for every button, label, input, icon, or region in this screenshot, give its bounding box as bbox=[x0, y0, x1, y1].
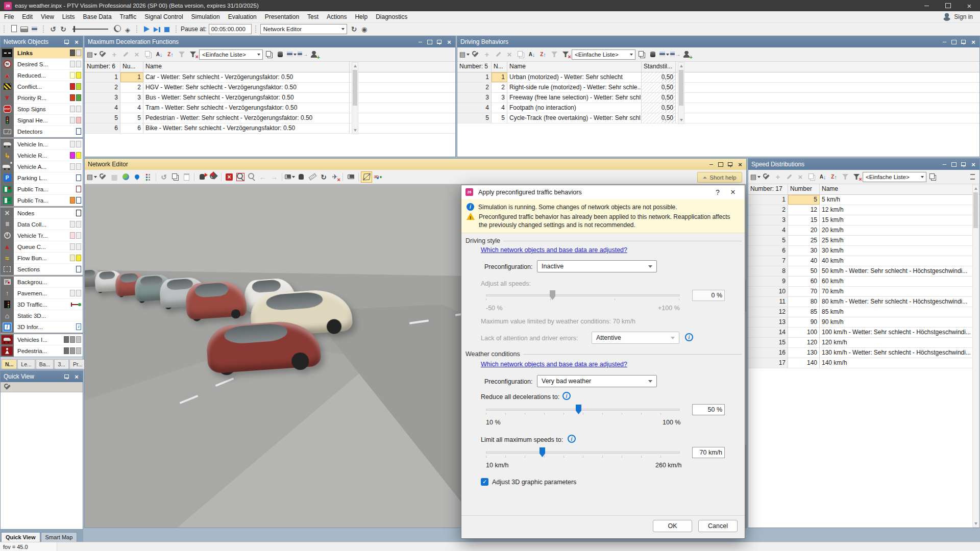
cell[interactable]: 20 km/h bbox=[820, 226, 973, 235]
add-user-icon[interactable] bbox=[681, 49, 692, 60]
color-swatch[interactable] bbox=[70, 47, 83, 58]
cell[interactable]: 50 km/h - Wetter: Sehr schlecht - Höchst… bbox=[820, 266, 973, 276]
legend-icon[interactable] bbox=[143, 172, 153, 182]
cell[interactable]: 80 bbox=[788, 297, 820, 307]
cell[interactable]: 3 bbox=[85, 93, 120, 103]
cell[interactable]: 8 bbox=[748, 266, 788, 276]
cell[interactable]: 3 bbox=[748, 215, 788, 225]
sidebar-item-priority-r[interactable]: Priority R... bbox=[1, 92, 83, 104]
cell[interactable]: Footpath (no interaction) bbox=[507, 103, 642, 113]
pin-icon[interactable] bbox=[435, 38, 444, 46]
color-swatch[interactable] bbox=[70, 70, 83, 81]
delete-icon[interactable] bbox=[504, 49, 514, 60]
table-row[interactable]: 22HGV - Wetter: Sehr schlecht - Verzöger… bbox=[85, 83, 455, 93]
sidebar-item-data-coll[interactable]: Data Coll... bbox=[1, 219, 83, 230]
info-icon[interactable]: i bbox=[568, 435, 576, 443]
zoom-sync-icon[interactable] bbox=[208, 172, 218, 182]
tab-ba[interactable]: Ba... bbox=[36, 359, 54, 369]
delete-icon[interactable] bbox=[132, 49, 142, 60]
zoom-in-icon[interactable] bbox=[235, 172, 246, 182]
driving-style-adjusted-link[interactable]: Which network objects and base data are … bbox=[481, 246, 627, 254]
panel-menu-icon[interactable] bbox=[87, 172, 97, 182]
rotate-3d-icon[interactable] bbox=[318, 172, 329, 182]
column-header[interactable]: Number: 17 bbox=[748, 184, 788, 194]
menu-diagnostics[interactable]: Diagnostics bbox=[372, 12, 411, 22]
table-row[interactable]: 44Tram - Wetter: Sehr schlecht - Verzöge… bbox=[85, 103, 455, 113]
cell[interactable]: 5 bbox=[748, 236, 788, 245]
cell[interactable]: 2 bbox=[120, 83, 143, 92]
weather-adjusted-link[interactable]: Which network objects and base data are … bbox=[481, 361, 627, 368]
add-user-icon[interactable] bbox=[309, 49, 319, 60]
reset-filter-icon[interactable] bbox=[560, 49, 571, 60]
color-swatch[interactable] bbox=[70, 288, 83, 298]
color-swatch[interactable] bbox=[70, 219, 83, 230]
cell[interactable]: 1 bbox=[492, 72, 507, 82]
color-swatch[interactable] bbox=[81, 277, 83, 287]
limit-speeds-value[interactable]: 70 km/h bbox=[692, 447, 725, 458]
sidebar-item-conflict[interactable]: Conflict... bbox=[1, 81, 83, 92]
column-header[interactable]: Number: 5 bbox=[457, 62, 492, 72]
copy-icon[interactable] bbox=[170, 172, 180, 182]
table-row[interactable]: 15120120 km/h bbox=[748, 338, 979, 348]
driving-style-preconfiguration-select[interactable]: Inactive bbox=[537, 260, 657, 272]
table-row[interactable]: 31515 km/h bbox=[748, 215, 979, 226]
sort-desc-icon[interactable] bbox=[538, 49, 548, 60]
limit-speeds-slider[interactable] bbox=[486, 447, 680, 458]
filter-icon[interactable] bbox=[177, 49, 187, 60]
color-swatch[interactable] bbox=[70, 92, 83, 103]
wrench-icon[interactable] bbox=[98, 49, 108, 60]
cell[interactable]: 1 bbox=[457, 72, 492, 82]
cell[interactable]: 140 km/h bbox=[820, 358, 973, 368]
cell[interactable]: 60 bbox=[788, 277, 820, 286]
cell[interactable]: 30 km/h bbox=[820, 246, 973, 256]
sidebar-item-3d-infor[interactable]: 3D Infor...i bbox=[1, 321, 83, 333]
sidebar-item-static-3d[interactable]: Static 3D... bbox=[1, 310, 83, 321]
cell[interactable]: 100 bbox=[788, 328, 820, 337]
scrollbar[interactable] bbox=[678, 62, 684, 124]
table-row[interactable]: 52525 km/h bbox=[748, 236, 979, 246]
toolbar-grip[interactable] bbox=[175, 25, 178, 33]
sync-icon[interactable] bbox=[349, 24, 359, 34]
measure-icon[interactable] bbox=[307, 172, 317, 182]
delete-icon[interactable] bbox=[795, 172, 805, 182]
cell[interactable]: 140 bbox=[788, 358, 820, 368]
color-swatch[interactable]: i bbox=[76, 321, 83, 332]
sidebar-item-backgrou[interactable]: Backgrou... bbox=[1, 277, 83, 288]
back-icon[interactable] bbox=[258, 172, 268, 182]
table-row[interactable]: 11Car - Wetter: Sehr schlecht - Verzöger… bbox=[85, 72, 455, 83]
database-icon[interactable] bbox=[648, 49, 658, 60]
cell[interactable]: 11 bbox=[748, 297, 788, 307]
table-row[interactable]: 44Footpath (no interaction)0,50 bbox=[457, 103, 979, 113]
table-row[interactable]: 96060 km/h bbox=[748, 277, 979, 287]
column-header[interactable]: N... bbox=[492, 62, 507, 72]
cell[interactable]: 4 bbox=[85, 103, 120, 113]
sidebar-item-reduced[interactable]: Reduced... bbox=[1, 70, 83, 81]
color-swatch[interactable] bbox=[64, 334, 83, 345]
close-icon[interactable] bbox=[969, 38, 977, 46]
table-row[interactable]: 128585 km/h bbox=[748, 307, 979, 317]
cell[interactable]: Pedestrian - Wetter: Sehr schlecht - Ver… bbox=[143, 113, 350, 123]
color-swatch[interactable] bbox=[76, 126, 83, 137]
cell[interactable]: 6 bbox=[85, 123, 120, 133]
table-settings-icon[interactable] bbox=[87, 49, 97, 60]
cell[interactable]: 16 bbox=[748, 348, 788, 358]
tab-quick-view[interactable]: Quick View bbox=[1, 532, 40, 542]
copy-icon[interactable] bbox=[264, 49, 274, 60]
column-header[interactable]: Name bbox=[143, 62, 350, 72]
cell[interactable]: 1 bbox=[120, 72, 143, 82]
cell[interactable]: Car - Wetter: Sehr schlecht - Verzögerun… bbox=[143, 72, 350, 82]
step-icon[interactable] bbox=[152, 24, 162, 35]
maximize-icon[interactable] bbox=[950, 161, 958, 168]
toolbar-grip[interactable] bbox=[42, 25, 45, 33]
duplicate-icon[interactable] bbox=[143, 49, 153, 60]
reduce-decelerations-slider[interactable] bbox=[486, 405, 680, 415]
toolbar-grip[interactable] bbox=[3, 25, 6, 33]
pin-icon[interactable] bbox=[63, 38, 71, 46]
sort-desc-icon[interactable] bbox=[165, 49, 176, 60]
sidebar-item-vehicle-r[interactable]: Vehicle R... bbox=[1, 150, 83, 161]
cell[interactable]: 85 bbox=[788, 307, 820, 317]
add-icon[interactable] bbox=[773, 172, 783, 182]
wrench-icon[interactable] bbox=[471, 49, 481, 60]
color-swatch[interactable] bbox=[76, 264, 83, 274]
globe-icon[interactable] bbox=[120, 172, 131, 182]
